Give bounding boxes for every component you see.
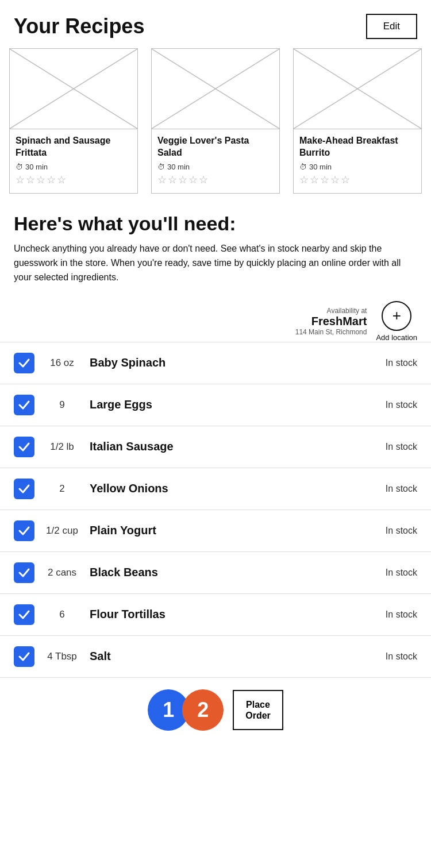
store-address: 114 Main St, Richmond xyxy=(295,328,367,336)
place-order-button[interactable]: PlaceOrder xyxy=(233,690,283,730)
ingredient-row: 2 Yellow Onions In stock xyxy=(0,468,431,510)
ingredient-row: 4 Tbsp Salt In stock xyxy=(0,635,431,678)
edit-button[interactable]: Edit xyxy=(366,14,417,39)
page-title: Your Recipes xyxy=(14,14,144,38)
ingredient-status: In stock xyxy=(371,568,417,578)
recipe-card[interactable]: Veggie Lover's Pasta Salad ⏱ 30 min ☆☆☆☆… xyxy=(151,48,280,194)
recipe-image xyxy=(10,49,137,129)
store-info: Availability at FreshMart 114 Main St, R… xyxy=(295,307,367,336)
ingredient-name: Plain Yogurt xyxy=(90,524,364,537)
ingredient-qty: 9 xyxy=(41,399,83,411)
clock-icon: ⏱ xyxy=(157,163,165,171)
store-name: FreshMart xyxy=(295,315,367,328)
ingredient-checkbox[interactable] xyxy=(14,437,34,457)
add-location-icon: + xyxy=(382,301,411,331)
ingredient-status: In stock xyxy=(371,484,417,494)
recipe-info: Spinach and Sausage Frittata ⏱ 30 min ☆☆… xyxy=(10,129,137,193)
ingredient-status: In stock xyxy=(371,526,417,536)
recipes-row: Spinach and Sausage Frittata ⏱ 30 min ☆☆… xyxy=(0,48,431,207)
ingredient-row: 1/2 cup Plain Yogurt In stock xyxy=(0,510,431,551)
page-2-button[interactable]: 2 xyxy=(182,689,224,731)
ingredient-status: In stock xyxy=(371,358,417,368)
recipe-info: Make-Ahead Breakfast Burrito ⏱ 30 min ☆☆… xyxy=(294,129,421,193)
ingredient-checkbox[interactable] xyxy=(14,520,34,541)
ingredient-qty: 1/2 cup xyxy=(41,525,83,537)
ingredients-list: 16 oz Baby Spinach In stock 9 Large Eggs… xyxy=(0,342,431,678)
recipe-time: ⏱ 30 min xyxy=(16,163,132,171)
recipe-card[interactable]: Spinach and Sausage Frittata ⏱ 30 min ☆☆… xyxy=(9,48,138,194)
ingredient-qty: 4 Tbsp xyxy=(41,651,83,662)
ingredient-qty: 2 xyxy=(41,483,83,495)
bottom-row: 1 2 PlaceOrder xyxy=(0,678,431,749)
recipe-card[interactable]: Make-Ahead Breakfast Burrito ⏱ 30 min ☆☆… xyxy=(293,48,422,194)
ingredient-qty: 6 xyxy=(41,609,83,620)
ingredient-name: Black Beans xyxy=(90,566,364,579)
recipe-stars[interactable]: ☆☆☆☆☆ xyxy=(157,173,274,186)
ingredient-checkbox[interactable] xyxy=(14,353,34,373)
ingredient-qty: 2 cans xyxy=(41,567,83,578)
ingredient-row: 9 Large Eggs In stock xyxy=(0,384,431,426)
ingredient-name: Yellow Onions xyxy=(90,482,364,495)
ingredient-name: Salt xyxy=(90,650,364,663)
ingredient-name: Large Eggs xyxy=(90,398,364,411)
ingredient-status: In stock xyxy=(371,442,417,452)
ingredient-status: In stock xyxy=(371,400,417,410)
ingredient-checkbox[interactable] xyxy=(14,562,34,583)
store-header: Availability at FreshMart 114 Main St, R… xyxy=(0,301,431,342)
availability-label: Availability at xyxy=(295,307,367,315)
header: Your Recipes Edit xyxy=(0,0,431,48)
clock-icon: ⏱ xyxy=(16,163,23,171)
section-desc: Uncheck anything you already have or don… xyxy=(0,242,431,300)
recipe-image xyxy=(294,49,421,129)
ingredient-name: Baby Spinach xyxy=(90,356,364,369)
recipe-stars[interactable]: ☆☆☆☆☆ xyxy=(299,173,415,186)
clock-icon: ⏱ xyxy=(299,163,307,171)
ingredient-row: 1/2 lb Italian Sausage In stock xyxy=(0,426,431,468)
section-title: Here's what you'll need: xyxy=(0,207,431,242)
ingredient-status: In stock xyxy=(371,609,417,620)
ingredient-checkbox[interactable] xyxy=(14,646,34,667)
ingredient-checkbox[interactable] xyxy=(14,479,34,499)
ingredient-qty: 16 oz xyxy=(41,357,83,369)
ingredient-status: In stock xyxy=(371,651,417,662)
ingredient-checkbox[interactable] xyxy=(14,604,34,625)
recipe-time: ⏱ 30 min xyxy=(157,163,274,171)
recipe-name: Spinach and Sausage Frittata xyxy=(16,135,132,159)
recipe-name: Veggie Lover's Pasta Salad xyxy=(157,135,274,159)
ingredient-checkbox[interactable] xyxy=(14,395,34,415)
ingredient-name: Flour Tortillas xyxy=(90,608,364,621)
recipe-time: ⏱ 30 min xyxy=(299,163,415,171)
add-location-label: Add location xyxy=(376,333,417,342)
add-location-button[interactable]: + Add location xyxy=(376,301,417,342)
ingredient-row: 16 oz Baby Spinach In stock xyxy=(0,342,431,384)
recipe-name: Make-Ahead Breakfast Burrito xyxy=(299,135,415,159)
recipe-stars[interactable]: ☆☆☆☆☆ xyxy=(16,173,132,186)
recipe-info: Veggie Lover's Pasta Salad ⏱ 30 min ☆☆☆☆… xyxy=(152,129,279,193)
recipe-image xyxy=(152,49,279,129)
ingredient-row: 2 cans Black Beans In stock xyxy=(0,551,431,593)
ingredient-qty: 1/2 lb xyxy=(41,441,83,453)
ingredient-name: Italian Sausage xyxy=(90,440,364,453)
ingredient-row: 6 Flour Tortillas In stock xyxy=(0,593,431,635)
